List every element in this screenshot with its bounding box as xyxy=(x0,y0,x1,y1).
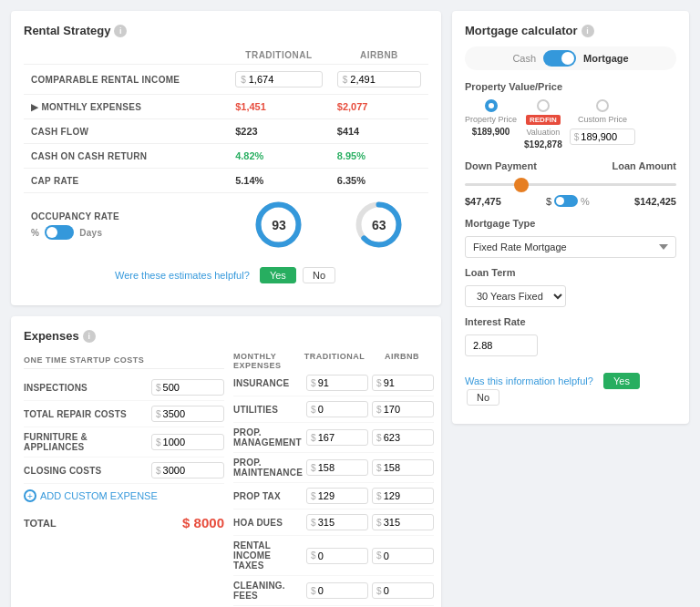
dp-percent-switch[interactable] xyxy=(554,195,578,207)
cleaning-airbnb-input[interactable] xyxy=(384,585,420,596)
add-custom-one-time-button[interactable]: + ADD CUSTOM EXPENSE xyxy=(24,484,224,508)
furniture-input-group: $ xyxy=(151,434,224,450)
mortgage-title: Mortgage calculator i xyxy=(465,24,676,37)
propman-airbnb-input[interactable] xyxy=(384,432,420,443)
helpful-no-button[interactable]: No xyxy=(303,267,335,283)
hoa-airbnb-input[interactable] xyxy=(384,517,420,528)
table-row: CAP RATE 5.14% 6.35% xyxy=(24,169,428,193)
monthly-expenses-col: MONTHLY EXPENSES TRADITIONAL AIRBNB INSU… xyxy=(233,352,434,607)
redfin-radio[interactable] xyxy=(537,99,550,112)
occupancy-label: OCCUPANCY RATE xyxy=(31,211,221,221)
cashflow-trad: $223 xyxy=(235,126,257,137)
expense-label: CLOSING COSTS xyxy=(24,466,146,476)
percent-toggle-label: % xyxy=(581,196,590,207)
cash-mortgage-toggle: Cash Mortgage xyxy=(465,46,676,70)
mortgage-label: Mortgage xyxy=(583,53,629,64)
inspections-input-group: $ xyxy=(151,379,224,396)
traditional-income-input[interactable] xyxy=(249,74,294,85)
closing-input-group: $ xyxy=(151,462,224,478)
cleaning-trad-input[interactable] xyxy=(318,585,355,596)
property-price-radio[interactable] xyxy=(485,99,498,112)
insurance-trad-input[interactable] xyxy=(318,377,355,388)
custom-price-label: Custom Price xyxy=(578,115,627,124)
mortgage-helpful: Was this information helpful? Yes No xyxy=(465,367,676,411)
airbnb-income-input[interactable] xyxy=(350,74,396,85)
mortgage-helpful-no-button[interactable]: No xyxy=(467,389,499,406)
percent-label: % xyxy=(31,228,39,238)
down-payment-slider-container xyxy=(465,177,676,188)
down-payment-slider[interactable] xyxy=(465,183,676,186)
propmaint-trad-input[interactable] xyxy=(318,462,355,473)
monthly-exp-airbnb: $2,077 xyxy=(337,101,368,112)
proptax-trad-input[interactable] xyxy=(318,490,355,501)
propman-trad-input[interactable] xyxy=(318,432,355,443)
custom-price-input-group: $ xyxy=(570,129,636,145)
utilities-trad-input[interactable] xyxy=(318,404,355,415)
expense-row: FURNITURE & APPLIANCES $ xyxy=(24,427,224,458)
expenses-card: Expenses i ONE TIME STARTUP COSTS INSPEC… xyxy=(11,316,441,607)
rental-strategy-helpful: Were these estimates helpful? Yes No xyxy=(24,258,428,293)
expenses-info-icon[interactable]: i xyxy=(83,330,96,343)
dollar-sign: $ xyxy=(343,75,348,85)
cocreturn-trad: 4.82% xyxy=(235,150,263,161)
traditional-income-input-group: $ xyxy=(235,71,323,87)
one-time-total-row: TOTAL $ 8000 xyxy=(24,508,224,538)
row-label: ▶ MONTHLY EXPENSES xyxy=(24,95,228,119)
redfin-option[interactable]: REDFIN Valuation $192,878 xyxy=(524,99,562,149)
helpful-text: Were these estimates helpful? xyxy=(115,270,250,281)
custom-price-input[interactable] xyxy=(581,131,631,142)
expense-row: INSPECTIONS $ xyxy=(24,375,224,401)
loan-term-label: Loan Term xyxy=(465,267,676,278)
redfin-badge: REDFIN xyxy=(526,115,561,125)
monthly-exp-trad: $1,451 xyxy=(235,101,266,112)
custom-price-radio[interactable] xyxy=(596,99,609,112)
monthly-expense-row: INSURANCE $ $ xyxy=(233,370,434,396)
mortgage-type-select[interactable]: Fixed Rate Mortgage Adjustable Rate Mort… xyxy=(465,236,676,258)
loan-term-section: Loan Term 10 Years Fixed 15 Years Fixed … xyxy=(465,267,676,307)
loan-amount-label: Loan Amount xyxy=(612,160,676,171)
traditional-occupancy-value: 93 xyxy=(272,218,286,232)
row-label: CASH FLOW xyxy=(24,119,228,144)
occupancy-toggle[interactable] xyxy=(45,225,74,240)
loan-amount-value: $142,425 xyxy=(634,196,676,207)
utilities-airbnb-input[interactable] xyxy=(384,404,420,415)
proptax-airbnb-input[interactable] xyxy=(384,490,420,501)
expense-label: TOTAL REPAIR COSTS xyxy=(24,409,146,419)
property-value-label: Property Value/Price xyxy=(465,81,676,92)
property-price-option[interactable]: Property Price $189,900 xyxy=(465,99,517,137)
down-payment-amount: $47,475 xyxy=(465,196,501,207)
days-label: Days xyxy=(79,228,102,238)
plus-icon: + xyxy=(24,489,36,502)
insurance-airbnb-input[interactable] xyxy=(384,377,420,388)
row-label: COMPARABLE RENTAL INCOME xyxy=(24,65,228,95)
loan-term-select[interactable]: 10 Years Fixed 15 Years Fixed 20 Years F… xyxy=(465,285,566,307)
occupancy-row: OCCUPANCY RATE % Days xyxy=(24,193,428,259)
rental-strategy-table: TRADITIONAL AIRBNB COMPARABLE RENTAL INC… xyxy=(24,46,428,258)
cash-mortgage-switch[interactable] xyxy=(543,50,576,67)
total-value: $ 8000 xyxy=(182,515,224,530)
furniture-input[interactable] xyxy=(163,437,209,448)
repair-input[interactable] xyxy=(163,408,209,419)
inspections-input[interactable] xyxy=(163,382,209,393)
monthly-col-headers: MONTHLY EXPENSES TRADITIONAL AIRBNB xyxy=(233,352,434,370)
closing-input[interactable] xyxy=(163,465,209,476)
traditional-col-header: TRADITIONAL xyxy=(228,46,330,65)
dp-values: $47,475 $ % $142,425 xyxy=(465,195,676,207)
table-row: CASH ON CASH RETURN 4.82% 8.95% xyxy=(24,144,428,169)
interest-rate-input[interactable] xyxy=(465,334,538,356)
custom-price-option[interactable]: Custom Price $ xyxy=(570,99,636,145)
monthly-expense-row: RENTAL INCOME TAXES $ $ xyxy=(233,536,434,576)
rit-trad-input[interactable] xyxy=(318,550,355,561)
mortgage-info-icon[interactable]: i xyxy=(582,25,594,37)
propmaint-airbnb-input[interactable] xyxy=(384,462,420,473)
property-price-label: Property Price xyxy=(465,115,517,124)
rit-airbnb-input[interactable] xyxy=(384,550,420,561)
caprate-airbnb: 6.35% xyxy=(337,175,365,186)
rental-strategy-info-icon[interactable]: i xyxy=(114,25,127,37)
table-row: COMPARABLE RENTAL INCOME $ $ xyxy=(24,65,428,95)
mortgage-helpful-yes-button[interactable]: Yes xyxy=(603,373,640,389)
hoa-trad-input[interactable] xyxy=(318,517,355,528)
dp-percent-toggle: $ % xyxy=(546,195,590,207)
caprate-trad: 5.14% xyxy=(235,175,263,186)
helpful-yes-button[interactable]: Yes xyxy=(260,267,296,283)
